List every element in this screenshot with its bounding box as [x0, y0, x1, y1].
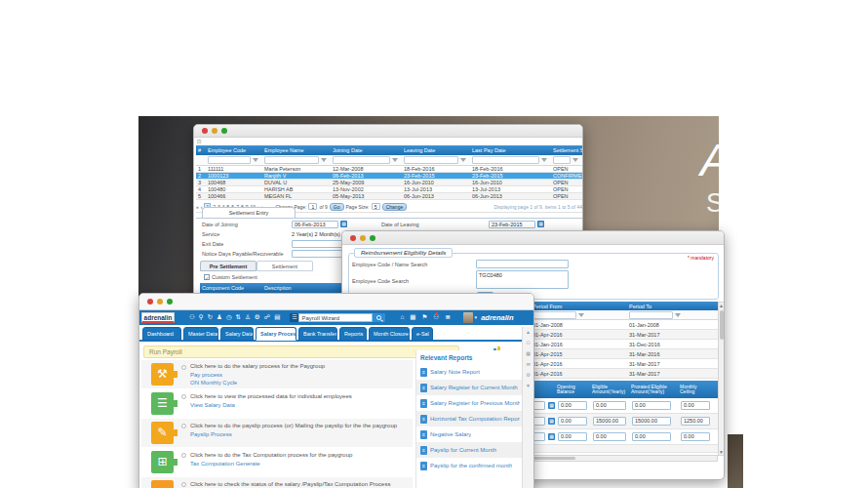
filter-input[interactable] [533, 311, 576, 319]
wizard-item[interactable]: ✎ Click here to do the payslip process (… [141, 419, 413, 447]
person-icon[interactable]: ♙ [245, 314, 251, 321]
tab-pre-settlement[interactable]: Pre Settlement [200, 261, 256, 271]
calendar-icon[interactable]: ▦ [537, 221, 544, 227]
page-size-input[interactable]: 5 [372, 203, 380, 210]
adrenalin-titlebar[interactable] [139, 294, 533, 310]
item-link[interactable]: Pay process [190, 372, 222, 378]
tab-settlement[interactable]: Settlement [256, 261, 313, 271]
filter-input[interactable] [333, 156, 390, 164]
emp-search-input[interactable] [476, 260, 569, 268]
calendar-icon[interactable]: ▦ [340, 221, 347, 227]
filter-input[interactable] [472, 156, 539, 164]
item-link[interactable]: Payslip Process [190, 431, 232, 437]
report-link[interactable]: ≡Salary Register for Previous Month [416, 395, 524, 411]
calendar-icon[interactable]: ▦ [548, 402, 555, 409]
item-radio[interactable] [181, 482, 186, 487]
search-button[interactable] [373, 313, 385, 322]
filter-icon[interactable] [321, 158, 327, 162]
leaving-value[interactable]: 23-Feb-2015 [489, 221, 535, 228]
employee-row[interactable]: 4 100480 HARISH AB 13-Nov-2002 13-Jul-20… [196, 186, 582, 193]
wizard-item[interactable]: ◔ Click here to check the status of the … [141, 477, 413, 488]
page-input[interactable]: 1 [308, 203, 317, 210]
transfer-icon[interactable]: ⇅ [236, 314, 241, 321]
prorated-input[interactable]: 0.00 [632, 432, 671, 441]
tab-reports[interactable]: Reports [339, 327, 367, 341]
filter-icon[interactable] [541, 158, 547, 162]
link-icon[interactable]: ☍ [264, 314, 271, 321]
settings-shortcut-icon[interactable]: ⚙ [523, 370, 533, 381]
adrenalin-logo[interactable]: adrenalin [141, 312, 175, 323]
employee-row-selected[interactable]: 2 1000123 Ranjith V 06-Feb-2013 23-Feb-2… [196, 173, 582, 180]
settlement-titlebar[interactable] [194, 125, 582, 138]
employee-row[interactable]: 3 100468 DUVAL U 25-May-2009 16-Jun-2010… [196, 180, 582, 186]
reimbursement-titlebar[interactable] [342, 231, 724, 245]
joining-value[interactable]: 06-Feb-2013 [292, 221, 338, 228]
ceiling-input[interactable]: 0.00 [681, 401, 710, 410]
settlement-entry-tab[interactable]: Settlement Entry [202, 207, 296, 218]
ceiling-input[interactable]: 1250.00 [681, 417, 710, 426]
opening-input[interactable]: 0.00 [558, 432, 587, 441]
report-link[interactable]: ≡Negative Salary [416, 427, 524, 442]
item-radio[interactable] [181, 365, 186, 370]
scroll-up-icon[interactable]: ▲ [523, 327, 533, 338]
wizard-item[interactable]: ☰ Click here to view the processed data … [141, 389, 413, 418]
col-lastpay[interactable]: Last Pay Date [470, 146, 551, 154]
col-joining[interactable]: Joining Date [331, 146, 402, 154]
filter-input[interactable] [208, 156, 251, 164]
item-link[interactable]: View Salary Data [190, 402, 235, 408]
vertical-scrollbar[interactable]: ▲ ▼ [718, 302, 725, 456]
scroll-down-icon[interactable]: ▼ [523, 381, 533, 391]
custom-settlement-checkbox[interactable]: ✓ [204, 274, 210, 280]
grid-export-icon[interactable]: ⊡ [197, 139, 201, 144]
minimize-icon[interactable] [212, 128, 217, 134]
stats-icon[interactable]: ⚇ [433, 314, 439, 321]
menu-icon[interactable]: ☰ [290, 313, 298, 322]
employee-icon[interactable]: ♟ [217, 314, 222, 321]
minimize-icon[interactable] [157, 299, 163, 305]
avatar[interactable] [463, 312, 473, 323]
minimize-icon[interactable] [360, 235, 366, 241]
change-size-button[interactable]: Change [382, 203, 408, 211]
calendar-icon[interactable]: ▦ [548, 418, 555, 425]
tab-master-data[interactable]: Master Data [183, 327, 218, 341]
prorated-input[interactable]: 0.00 [632, 401, 671, 410]
ceiling-input[interactable]: 0.00 [681, 432, 710, 441]
settings-icon[interactable]: ⚙ [255, 314, 260, 321]
prorated-input[interactable]: 15000.00 [632, 417, 671, 426]
tab-month-closure[interactable]: Month Closure [369, 327, 410, 341]
filter-icon[interactable] [572, 158, 578, 162]
item-radio[interactable] [181, 424, 186, 428]
opening-input[interactable]: 0.00 [558, 417, 587, 426]
filter-input[interactable] [404, 156, 458, 164]
run-payroll-bar[interactable]: Run Payroll [143, 346, 459, 358]
wizard-item[interactable]: ⚒ Click here to do the salary process fo… [141, 360, 413, 388]
mail-shortcut-icon[interactable]: ✉ [523, 359, 533, 370]
window-controls[interactable] [202, 128, 227, 134]
search-input[interactable]: Payroll Wizard [298, 313, 373, 322]
wizard-item[interactable]: ⊞ Click here to do the Tax Computation p… [141, 448, 413, 476]
apps-shortcut-icon[interactable]: ▦ [523, 348, 533, 359]
close-icon[interactable] [350, 235, 356, 241]
report-link[interactable]: ≡Payslip for Current Month [416, 442, 524, 458]
window-controls[interactable] [147, 299, 173, 305]
report-link[interactable]: ≡Horizontal Tax Computation Report [416, 411, 524, 427]
zoom-icon[interactable] [167, 299, 173, 305]
go-page-button[interactable]: Go [330, 203, 344, 211]
refresh-icon[interactable]: ↻ [208, 314, 213, 321]
col-code[interactable]: Employee Code [206, 146, 262, 154]
tab-esal[interactable]: e-Sal [412, 327, 433, 341]
item-radio[interactable] [181, 453, 186, 458]
col-leaving[interactable]: Leaving Date [402, 146, 470, 154]
home-icon[interactable]: ⌂ [400, 314, 404, 321]
scroll-up-icon[interactable]: ▲ [719, 303, 724, 308]
zoom-icon[interactable] [370, 235, 375, 241]
team-icon[interactable]: ⚇ [189, 314, 195, 321]
report-link[interactable]: ≡Salary Note Report [416, 364, 524, 380]
col-name[interactable]: Employee Name [262, 146, 331, 154]
eligible-input[interactable]: 15000.00 [593, 417, 626, 426]
flag-icon[interactable]: ⚑ [422, 314, 428, 321]
report-link[interactable]: ≡Payslip for the confirmed month [416, 458, 524, 473]
pager-first-icon[interactable]: « [196, 204, 199, 210]
search-people-icon[interactable]: ⚲ [199, 314, 204, 321]
apps-icon[interactable]: ▦ [410, 314, 415, 321]
